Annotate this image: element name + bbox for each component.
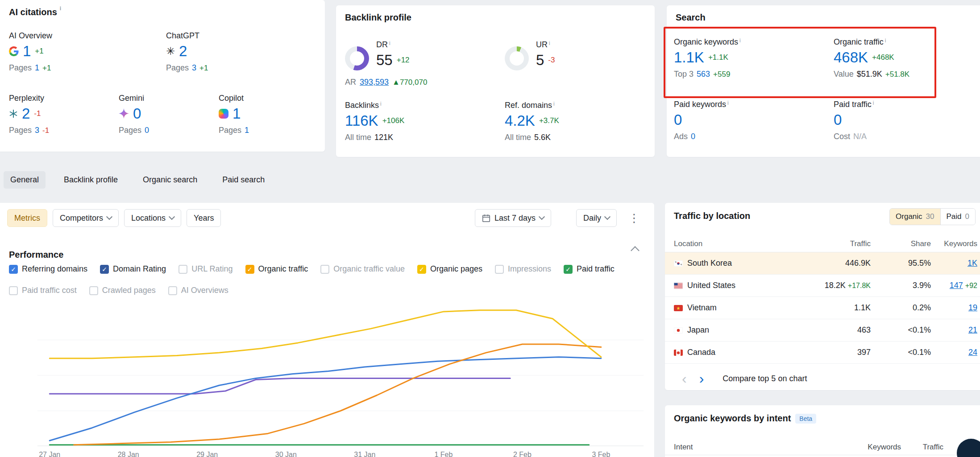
- col-share: Share: [871, 239, 931, 248]
- pages-value[interactable]: 3: [192, 63, 196, 73]
- backlinks-value[interactable]: 116K: [345, 113, 378, 128]
- checkbox-label: URL Rating: [191, 264, 233, 274]
- table-row-south-korea[interactable]: South Korea 446.9K 95.5% 1K: [665, 252, 980, 275]
- alltime-value: 121K: [374, 133, 393, 142]
- checkbox[interactable]: [168, 286, 177, 295]
- info-icon: i: [380, 101, 382, 107]
- tab-paid-search[interactable]: Paid search: [216, 171, 271, 189]
- keywords-link[interactable]: 147: [950, 281, 963, 290]
- tab-general[interactable]: General: [4, 171, 46, 189]
- metric-checkbox-ai-overviews[interactable]: AI Overviews: [168, 286, 228, 295]
- perplexity-citations-value[interactable]: 2: [22, 106, 30, 121]
- checkbox[interactable]: [245, 265, 254, 274]
- metric-checkbox-domain-rating[interactable]: Domain Rating: [100, 264, 166, 274]
- toggle-paid[interactable]: Paid 0: [940, 209, 976, 225]
- metric-checkbox-paid-traffic-cost[interactable]: Paid traffic cost: [9, 286, 77, 295]
- chevron-down-icon: [106, 214, 112, 220]
- paid-traffic-value[interactable]: 0: [834, 112, 842, 127]
- organic-traffic-block: Organic traffic i 468K +468K Value $51.9…: [834, 37, 976, 79]
- paid-keywords-label: Paid keywords: [674, 100, 726, 109]
- organic-traffic-value[interactable]: 468K: [834, 50, 868, 65]
- value-delta: -1: [34, 110, 41, 117]
- locations-dropdown[interactable]: Locations: [124, 209, 181, 227]
- location-name: South Korea: [687, 259, 732, 268]
- chatgpt-citations-value[interactable]: 2: [179, 44, 187, 58]
- metric-checkbox-organic-traffic[interactable]: Organic traffic: [245, 264, 308, 274]
- ai-overview-citations-value[interactable]: 1: [23, 44, 31, 58]
- keywords-link[interactable]: 19: [968, 303, 977, 312]
- checkbox[interactable]: [564, 265, 573, 274]
- metric-checkbox-referring-domains[interactable]: Referring domains: [9, 264, 87, 274]
- checkbox[interactable]: [179, 265, 187, 274]
- ai-metric-gemini: Gemini 0 Pages 0: [119, 94, 149, 135]
- table-row-united-states[interactable]: United States 18.2K +17.8K 3.9% 147 +92: [665, 275, 980, 297]
- flag-japan-icon: [674, 327, 683, 333]
- chevron-up-icon: [631, 246, 639, 255]
- collapse-section-button[interactable]: [629, 245, 641, 256]
- tab-organic-search[interactable]: Organic search: [136, 171, 204, 189]
- checkbox-label: Organic pages: [430, 264, 482, 274]
- pages-value[interactable]: 0: [145, 126, 149, 135]
- ads-value[interactable]: 0: [691, 132, 695, 141]
- metric-checkbox-crawled-pages[interactable]: Crawled pages: [89, 286, 156, 295]
- keywords-link[interactable]: 21: [968, 325, 977, 334]
- prev-page-button[interactable]: ‹: [676, 371, 693, 386]
- checkbox[interactable]: [89, 286, 98, 295]
- pages-value[interactable]: 1: [245, 126, 249, 135]
- paid-keywords-value[interactable]: 0: [674, 112, 682, 127]
- organic-keywords-value[interactable]: 1.1K: [674, 50, 704, 65]
- ai-metric-chatgpt: ChatGPT ✳ 2 Pages 3 +1: [166, 31, 208, 73]
- pages-value[interactable]: 1: [35, 63, 39, 73]
- checkbox[interactable]: [100, 265, 109, 274]
- checkbox-label: Crawled pages: [102, 286, 156, 295]
- granularity-dropdown[interactable]: Daily: [576, 209, 617, 227]
- copilot-icon: [219, 109, 228, 119]
- date-range-dropdown[interactable]: Last 7 days: [475, 209, 551, 227]
- x-axis-label: 27 Jan: [39, 451, 60, 457]
- gemini-icon: [119, 108, 129, 119]
- next-page-button[interactable]: ›: [693, 371, 710, 386]
- metrics-button[interactable]: Metrics: [7, 209, 47, 227]
- table-row-canada[interactable]: Canada 397 <0.1% 24: [665, 342, 980, 364]
- copilot-citations-value[interactable]: 1: [233, 106, 241, 121]
- metric-label: ChatGPT: [166, 31, 208, 41]
- top3-value[interactable]: 563: [697, 70, 710, 79]
- checkbox-label: Referring domains: [22, 264, 87, 274]
- checkbox[interactable]: [320, 265, 329, 274]
- metric-checkbox-organic-pages[interactable]: Organic pages: [417, 264, 482, 274]
- checkbox[interactable]: [9, 265, 18, 274]
- intent-table-header: Intent Keywords Traffic: [665, 439, 980, 455]
- seo-overview-dashboard: AI citations i AI Overview 1 +1 Pages 1 …: [0, 0, 980, 457]
- checkbox[interactable]: [417, 265, 426, 274]
- keywords-link[interactable]: 24: [968, 348, 977, 357]
- backlinks-block: Backlinks i 116K +106K All time 121K: [345, 101, 492, 142]
- tab-backlink-profile[interactable]: Backlink profile: [57, 171, 125, 189]
- location-pager: ‹ › Compare top 5 on chart: [676, 371, 807, 386]
- metric-checkbox-organic-traffic-value[interactable]: Organic traffic value: [320, 264, 405, 274]
- traffic-value-label: Value: [834, 70, 854, 79]
- more-options-button[interactable]: ⋮: [625, 210, 644, 226]
- metric-checkbox-impressions[interactable]: Impressions: [495, 264, 551, 274]
- competitors-dropdown[interactable]: Competitors: [53, 209, 119, 227]
- ref-domains-block: Ref. domains i 4.2K +3.7K All time 5.6K: [505, 101, 652, 142]
- checkbox[interactable]: [9, 286, 18, 295]
- pages-value[interactable]: 3: [35, 126, 39, 135]
- traffic-value: 463: [857, 325, 871, 334]
- card-title-text: Backlink profile: [345, 12, 411, 23]
- domain-rating-block: DR i 55 +12: [345, 40, 410, 70]
- gemini-citations-value[interactable]: 0: [133, 106, 141, 121]
- toggle-organic[interactable]: Organic 30: [890, 209, 940, 225]
- table-row-japan[interactable]: Japan 463 <0.1% 21: [665, 319, 980, 342]
- checkbox[interactable]: [495, 265, 504, 274]
- ref-domains-value[interactable]: 4.2K: [505, 113, 535, 128]
- date-range-label: Last 7 days: [494, 214, 536, 223]
- metric-checkbox-url-rating[interactable]: URL Rating: [179, 264, 233, 274]
- years-label: Years: [194, 214, 214, 223]
- calendar-icon: [482, 214, 490, 222]
- table-row-vietnam[interactable]: Vietnam 1.1K 0.2% 19: [665, 297, 980, 319]
- metric-checkbox-paid-traffic[interactable]: Paid traffic: [564, 264, 615, 274]
- ar-value[interactable]: 393,593: [360, 78, 389, 87]
- organic-paid-toggle: Organic 30 Paid 0: [889, 208, 976, 225]
- keywords-link[interactable]: 1K: [968, 259, 977, 268]
- years-button[interactable]: Years: [187, 209, 221, 227]
